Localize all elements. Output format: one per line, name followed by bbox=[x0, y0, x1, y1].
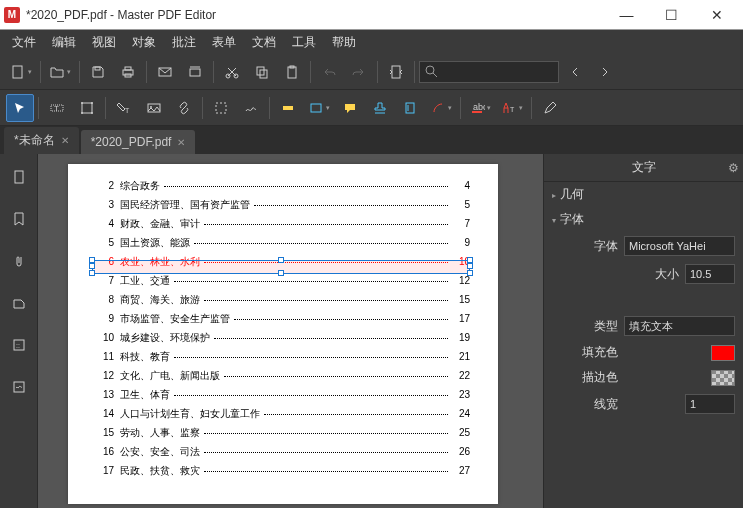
form-text-tool[interactable]: T bbox=[110, 94, 138, 122]
scan-button[interactable] bbox=[181, 58, 209, 86]
size-label: 大小 bbox=[633, 266, 679, 283]
document-area[interactable]: 2综合政务43国民经济管理、国有资产监管54财政、金融、审计75国土资源、能源9… bbox=[38, 154, 543, 508]
linewidth-field[interactable]: 1 bbox=[685, 394, 735, 414]
menubar: 文件 编辑 视图 对象 批注 表单 文档 工具 帮助 bbox=[0, 30, 743, 54]
underline-tool[interactable]: abc▾ bbox=[465, 94, 495, 122]
email-button[interactable] bbox=[151, 58, 179, 86]
cut-button[interactable] bbox=[218, 58, 246, 86]
stroke-swatch[interactable] bbox=[711, 370, 735, 386]
panel-title: 文字 bbox=[632, 159, 656, 176]
svg-point-23 bbox=[91, 112, 93, 114]
menu-edit[interactable]: 编辑 bbox=[44, 31, 84, 54]
shape-tool[interactable]: ▾ bbox=[304, 94, 334, 122]
toc-row[interactable]: 9市场监管、安全生产监管17 bbox=[96, 312, 470, 326]
new-button[interactable]: ▾ bbox=[6, 58, 36, 86]
font-field[interactable]: Microsoft YaHei bbox=[624, 236, 735, 256]
svg-text:abc: abc bbox=[473, 102, 485, 112]
svg-point-20 bbox=[81, 102, 83, 104]
font-label: 字体 bbox=[572, 238, 618, 255]
minimize-button[interactable]: — bbox=[604, 0, 649, 30]
toc-row[interactable]: 11科技、教育21 bbox=[96, 350, 470, 364]
tab-untitled[interactable]: *未命名✕ bbox=[4, 127, 79, 154]
svg-rect-28 bbox=[283, 106, 293, 110]
tab-document[interactable]: *2020_PDF.pdf✕ bbox=[81, 130, 196, 154]
undo-button[interactable] bbox=[315, 58, 343, 86]
toc-row[interactable]: 15劳动、人事、监察25 bbox=[96, 426, 470, 440]
svg-rect-31 bbox=[406, 103, 414, 113]
toc-row[interactable]: 4财政、金融、审计7 bbox=[96, 217, 470, 231]
toc-row[interactable]: 7工业、交通12 bbox=[96, 274, 470, 288]
maximize-button[interactable]: ☐ bbox=[649, 0, 694, 30]
menu-tools[interactable]: 工具 bbox=[284, 31, 324, 54]
signature-tool[interactable] bbox=[237, 94, 265, 122]
search-prev-button[interactable] bbox=[561, 58, 589, 86]
attach-tool[interactable] bbox=[396, 94, 424, 122]
open-button[interactable]: ▾ bbox=[45, 58, 75, 86]
print-button[interactable] bbox=[114, 58, 142, 86]
toc-row[interactable]: 16公安、安全、司法26 bbox=[96, 445, 470, 459]
fit-page-button[interactable] bbox=[382, 58, 410, 86]
svg-point-15 bbox=[426, 66, 434, 74]
menu-form[interactable]: 表单 bbox=[204, 31, 244, 54]
close-icon[interactable]: ✕ bbox=[177, 137, 185, 148]
svg-rect-19 bbox=[82, 103, 92, 113]
svg-rect-14 bbox=[392, 66, 400, 78]
bookmarks-button[interactable] bbox=[4, 204, 34, 234]
close-icon[interactable]: ✕ bbox=[61, 135, 69, 146]
stamp-tool[interactable] bbox=[366, 94, 394, 122]
search-input[interactable] bbox=[419, 61, 559, 83]
insert-text-tool[interactable]: T▾ bbox=[497, 94, 527, 122]
app-logo: M bbox=[4, 7, 20, 23]
menu-annotate[interactable]: 批注 bbox=[164, 31, 204, 54]
pen-tool[interactable] bbox=[536, 94, 564, 122]
search-next-button[interactable] bbox=[591, 58, 619, 86]
svg-rect-1 bbox=[95, 67, 100, 70]
toc-row[interactable]: 3国民经济管理、国有资产监管5 bbox=[96, 198, 470, 212]
menu-help[interactable]: 帮助 bbox=[324, 31, 364, 54]
draw-tool[interactable]: ▾ bbox=[426, 94, 456, 122]
svg-rect-12 bbox=[288, 67, 296, 78]
close-button[interactable]: ✕ bbox=[694, 0, 739, 30]
toc-row[interactable]: 10城乡建设、环境保护19 bbox=[96, 331, 470, 345]
edit-tool[interactable] bbox=[73, 94, 101, 122]
section-font[interactable]: ▾字体 bbox=[544, 207, 743, 232]
signatures-button[interactable] bbox=[4, 372, 34, 402]
size-field[interactable]: 10.5 bbox=[685, 264, 735, 284]
highlight-tool[interactable] bbox=[274, 94, 302, 122]
section-geometry[interactable]: ▸几何 bbox=[544, 182, 743, 207]
layers-button[interactable] bbox=[4, 288, 34, 318]
window-title: *2020_PDF.pdf - Master PDF Editor bbox=[26, 8, 604, 22]
menu-object[interactable]: 对象 bbox=[124, 31, 164, 54]
attachments-button[interactable] bbox=[4, 246, 34, 276]
menu-view[interactable]: 视图 bbox=[84, 31, 124, 54]
toc-row[interactable]: 14人口与计划生育、妇女儿童工作24 bbox=[96, 407, 470, 421]
toolbar-tools: T T ▾ ▾ abc▾ T▾ bbox=[0, 90, 743, 126]
thumbnails-button[interactable] bbox=[4, 162, 34, 192]
select-tool[interactable] bbox=[6, 94, 34, 122]
text-tool[interactable]: T bbox=[43, 94, 71, 122]
toc-row[interactable]: 8商贸、海关、旅游15 bbox=[96, 293, 470, 307]
svg-rect-6 bbox=[190, 69, 200, 76]
link-tool[interactable] bbox=[170, 94, 198, 122]
ocr-button[interactable]: :: bbox=[4, 330, 34, 360]
paste-button[interactable] bbox=[278, 58, 306, 86]
toc-row[interactable]: 12文化、广电、新闻出版22 bbox=[96, 369, 470, 383]
toc-row[interactable]: 13卫生、体育23 bbox=[96, 388, 470, 402]
toc-row[interactable]: 5国土资源、能源9 bbox=[96, 236, 470, 250]
properties-panel: 文字⚙ ▸几何 ▾字体 字体 Microsoft YaHei 大小 10.5 类… bbox=[543, 154, 743, 508]
save-button[interactable] bbox=[84, 58, 112, 86]
redo-button[interactable] bbox=[345, 58, 373, 86]
toc-row[interactable]: 2综合政务4 bbox=[96, 179, 470, 193]
stroke-label: 描边色 bbox=[572, 369, 618, 386]
gear-icon[interactable]: ⚙ bbox=[728, 161, 739, 175]
copy-button[interactable] bbox=[248, 58, 276, 86]
svg-text:T: T bbox=[54, 104, 59, 113]
note-tool[interactable] bbox=[336, 94, 364, 122]
fill-swatch[interactable] bbox=[711, 345, 735, 361]
select-area-tool[interactable] bbox=[207, 94, 235, 122]
toc-row[interactable]: 17民政、扶贫、救灾27 bbox=[96, 464, 470, 478]
type-field[interactable]: 填充文本 bbox=[624, 316, 735, 336]
image-tool[interactable] bbox=[140, 94, 168, 122]
menu-file[interactable]: 文件 bbox=[4, 31, 44, 54]
menu-document[interactable]: 文档 bbox=[244, 31, 284, 54]
